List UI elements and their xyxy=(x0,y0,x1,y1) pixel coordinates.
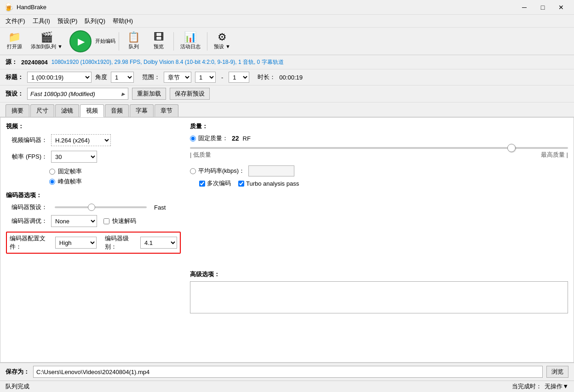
tab-audio[interactable]: 音频 xyxy=(105,104,129,117)
profile-select[interactable]: High xyxy=(55,237,97,249)
menu-help[interactable]: 帮助(H) xyxy=(109,16,137,27)
avg-bitrate-row: 平均码率(kbps)： xyxy=(190,165,568,176)
status-left: 队列完成 xyxy=(6,382,29,391)
tab-size[interactable]: 尺寸 xyxy=(30,104,54,117)
status-right-value[interactable]: 无操作▼ xyxy=(545,382,568,391)
menu-presets[interactable]: 预设(P) xyxy=(54,16,81,27)
tabs-row: 摘要 尺寸 滤镜 视频 音频 字幕 章节 xyxy=(0,102,574,117)
add-to-queue-button[interactable]: 🎬 添加到队列 ▼ xyxy=(28,30,66,53)
browse-button[interactable]: 浏览 xyxy=(546,366,568,378)
constant-quality-radio[interactable] xyxy=(190,136,196,142)
advanced-title: 高级选项： xyxy=(190,270,568,278)
queue-button[interactable]: 📋 队列 xyxy=(122,30,145,53)
multi-pass-checkbox[interactable] xyxy=(199,181,205,187)
source-info: 源： 20240804 1080x1920 (1080x1920), 29.98… xyxy=(0,55,574,69)
left-panel: 视频： 视频编码器： H.264 (x264) 帧率 (FPS)： 30 固定 xyxy=(6,122,181,358)
toolbar-separator-2 xyxy=(173,32,174,51)
maximize-button[interactable]: □ xyxy=(534,1,552,14)
codec-select[interactable]: H.264 (x264) xyxy=(51,134,111,146)
tab-filters[interactable]: 滤镜 xyxy=(55,104,79,117)
fixed-fps-label: 固定帧率 xyxy=(58,167,82,176)
source-filename: 20240804 xyxy=(21,59,48,66)
menu-queue[interactable]: 队列(Q) xyxy=(81,16,109,27)
avg-bitrate-label: 平均码率(kbps)： xyxy=(198,167,245,175)
multi-pass-option[interactable]: 多次编码 xyxy=(199,179,231,187)
save-preset-button[interactable]: 保存新预设 xyxy=(170,88,210,100)
tune-row: 编码器调优： None 快速解码 xyxy=(6,215,181,227)
profile-level-row: 编码器配置文件： High 编码器级别： 4.1 xyxy=(6,232,181,254)
quality-section: 质量： 固定质量： 22 RF | 低质量 xyxy=(190,122,568,187)
menu-file[interactable]: 文件(F) xyxy=(2,16,29,27)
fastdecode-option[interactable]: 快速解码 xyxy=(103,217,136,225)
fps-mode-group: 固定帧率 峰值帧率 xyxy=(6,167,181,186)
quality-number: 22 xyxy=(232,135,239,142)
tab-subtitles[interactable]: 字幕 xyxy=(130,104,154,117)
multi-pass-label: 多次编码 xyxy=(207,179,231,187)
saveas-input[interactable] xyxy=(33,366,543,378)
queue-label: 队列 xyxy=(129,43,139,50)
title-select[interactable]: 1 (00:00:19) xyxy=(27,72,92,83)
preset-row: 预设： Fast 1080p30 (Modified) ▶ 重新加载 保存新预设 xyxy=(0,85,574,102)
add-queue-label: 添加到队列 ▼ xyxy=(31,43,63,50)
tune-select[interactable]: None xyxy=(51,215,97,227)
preview-button[interactable]: 🎞 预览 xyxy=(147,30,170,53)
avg-bitrate-option[interactable]: 平均码率(kbps)： xyxy=(190,167,245,175)
range-start-select[interactable]: 1 xyxy=(195,72,216,83)
title-bar: 🍺 HandBrake ─ □ ✕ xyxy=(0,0,574,15)
duration-label: 时长： xyxy=(258,73,276,81)
avg-bitrate-radio[interactable] xyxy=(190,168,196,174)
open-source-button[interactable]: 📁 打开源 xyxy=(3,30,26,53)
fixed-fps-option[interactable]: 固定帧率 xyxy=(49,167,181,176)
turbo-pass-label: Turbo analysis pass xyxy=(246,180,299,187)
angle-select[interactable]: 1 xyxy=(111,72,134,83)
fastdecode-checkbox[interactable] xyxy=(103,218,109,224)
encoder-preset-thumb[interactable] xyxy=(88,204,95,211)
open-source-icon: 📁 xyxy=(8,32,21,42)
activity-log-button[interactable]: 📊 活动日志 xyxy=(177,30,204,53)
preset-arrow-icon: ▶ xyxy=(121,91,125,97)
encoder-options-section: 编码器选项： 编码器预设： Fast 编码器调优： None xyxy=(6,191,181,254)
tune-label: 编码器调优： xyxy=(6,217,47,225)
codec-label: 视频编码器： xyxy=(6,136,47,144)
title-bar-controls: ─ □ ✕ xyxy=(515,1,570,14)
range-type-select[interactable]: 章节 xyxy=(164,72,191,83)
fixed-fps-radio[interactable] xyxy=(49,169,55,175)
menu-tools[interactable]: 工具(I) xyxy=(29,16,54,27)
video-section-title: 视频： xyxy=(6,122,181,131)
encoder-preset-slider[interactable] xyxy=(55,206,147,208)
fastdecode-label: 快速解码 xyxy=(112,217,136,225)
start-encode-button[interactable]: ▶ xyxy=(69,30,92,52)
tab-summary[interactable]: 摘要 xyxy=(6,104,29,117)
preset-value: Fast 1080p30 (Modified) xyxy=(30,91,95,97)
turbo-pass-option[interactable]: Turbo analysis pass xyxy=(238,180,299,187)
reload-preset-button[interactable]: 重新加载 xyxy=(132,88,166,100)
preset-select[interactable]: Fast 1080p30 (Modified) ▶ xyxy=(27,88,128,100)
presets-button[interactable]: ⚙ 预设 ▼ xyxy=(211,30,234,53)
peak-fps-label: 峰值帧率 xyxy=(58,177,82,186)
status-bar: 队列完成 当完成时： 无操作▼ xyxy=(0,381,574,392)
peak-fps-radio[interactable] xyxy=(49,179,55,185)
toolbar: 📁 打开源 🎬 添加到队列 ▼ ▶ 开始编码 📋 队列 🎞 预览 📊 活动日志 … xyxy=(0,28,574,55)
turbo-pass-checkbox[interactable] xyxy=(238,181,244,187)
fps-select[interactable]: 30 xyxy=(51,151,97,163)
close-button[interactable]: ✕ xyxy=(552,1,570,14)
quality-slider-thumb[interactable] xyxy=(507,144,516,152)
range-end-select[interactable]: 1 xyxy=(229,72,249,83)
saveas-label: 保存为： xyxy=(6,368,29,376)
minimize-button[interactable]: ─ xyxy=(515,1,534,14)
tab-chapters[interactable]: 章节 xyxy=(155,104,178,117)
peak-fps-option[interactable]: 峰值帧率 xyxy=(49,177,181,186)
angle-label: 角度 xyxy=(95,73,107,81)
advanced-textarea[interactable] xyxy=(190,281,568,313)
menu-bar: 文件(F) 工具(I) 预设(P) 队列(Q) 帮助(H) xyxy=(0,15,574,28)
level-label: 编码器级别： xyxy=(105,234,135,251)
level-select[interactable]: 4.1 xyxy=(140,237,177,249)
quality-slider[interactable] xyxy=(190,147,568,149)
constant-quality-option[interactable]: 固定质量： xyxy=(190,134,228,142)
content-area: 视频： 视频编码器： H.264 (x264) 帧率 (FPS)： 30 固定 xyxy=(0,118,574,362)
saveas-bar: 保存为： 浏览 xyxy=(0,363,574,381)
tab-video[interactable]: 视频 xyxy=(80,104,104,117)
advanced-section: 高级选项： xyxy=(190,270,568,315)
source-label: 源： xyxy=(6,58,17,66)
bitrate-input[interactable] xyxy=(248,165,294,176)
